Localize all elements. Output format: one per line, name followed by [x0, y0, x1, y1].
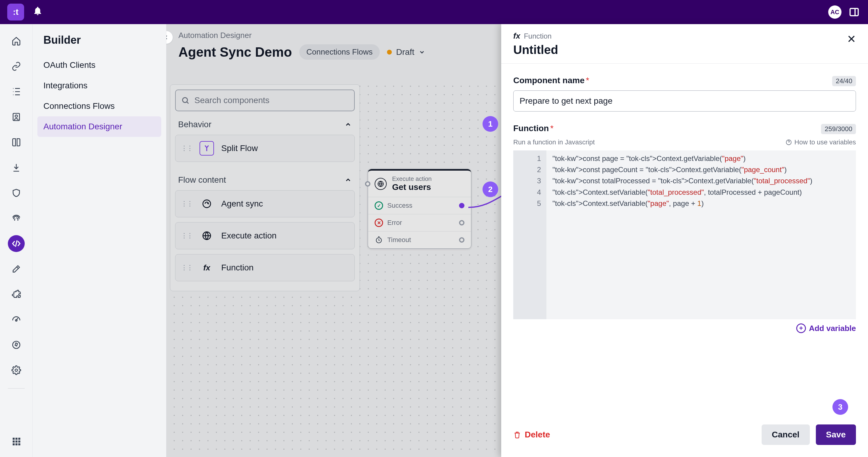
app-logo[interactable]: :t	[7, 4, 24, 21]
sidebar-title: Builder	[37, 31, 161, 55]
code-gutter: 12345	[513, 150, 547, 319]
rail-book-icon[interactable]	[8, 134, 25, 151]
svg-rect-10	[13, 440, 15, 443]
svg-point-4	[16, 319, 17, 321]
required-star: *	[550, 124, 554, 133]
icon-rail	[0, 24, 33, 457]
code-content[interactable]: "tok-kw">const page = "tok-cls">Context.…	[547, 150, 856, 319]
add-variable-button[interactable]: + Add variable	[796, 324, 856, 333]
rail-download-icon[interactable]	[8, 159, 25, 176]
help-link[interactable]: How to use variables	[785, 139, 856, 146]
svg-rect-15	[18, 444, 20, 446]
field-function: Function * 259/3000 Run a function in Ja…	[513, 124, 856, 333]
rail-fingerprint-icon[interactable]	[8, 210, 25, 227]
sidebar: Builder OAuth Clients Integrations Conne…	[33, 24, 166, 457]
panel-type-label: Function	[524, 32, 552, 40]
char-counter: 259/3000	[821, 124, 856, 134]
char-counter: 24/40	[832, 76, 856, 86]
svg-point-6	[15, 369, 18, 371]
right-panel-toggle-icon[interactable]	[847, 5, 861, 19]
annotation-3: 3	[832, 399, 848, 415]
rail-settings-icon[interactable]	[8, 362, 25, 378]
svg-rect-9	[18, 438, 20, 440]
component-name-input[interactable]	[513, 90, 856, 112]
field-component-name: Component name * 24/40	[513, 76, 856, 112]
top-bar: :t AC	[0, 0, 868, 24]
rail-edit-icon[interactable]	[8, 261, 25, 277]
field-label: Component name	[513, 76, 584, 85]
cancel-button[interactable]: Cancel	[762, 424, 810, 445]
rail-puzzle-icon[interactable]	[8, 286, 25, 303]
close-button[interactable]: ✕	[847, 31, 856, 44]
svg-point-5	[13, 341, 20, 348]
svg-rect-7	[13, 438, 15, 440]
delete-label: Delete	[525, 430, 550, 439]
rail-gauge-icon[interactable]	[8, 311, 25, 328]
code-editor[interactable]: 12345 "tok-kw">const page = "tok-cls">Co…	[513, 150, 856, 319]
rail-compass-icon[interactable]	[8, 336, 25, 353]
svg-rect-0	[850, 8, 858, 16]
rail-apps-icon[interactable]	[8, 433, 25, 450]
field-sub: Run a function in Javascript	[513, 139, 595, 146]
svg-rect-13	[13, 444, 15, 446]
annotation-2: 2	[483, 181, 498, 197]
side-panel: fx Function Untitled ✕ Component name * …	[501, 24, 868, 457]
sidebar-item-connections-flows[interactable]: Connections Flows	[37, 96, 161, 116]
svg-rect-14	[16, 444, 18, 446]
sidebar-item-oauth-clients[interactable]: OAuth Clients	[37, 55, 161, 75]
field-label: Function	[513, 124, 549, 133]
annotation-1: 1	[483, 116, 498, 132]
rail-link-icon[interactable]	[8, 58, 25, 75]
svg-rect-12	[18, 440, 20, 443]
add-variable-label: Add variable	[809, 324, 856, 333]
svg-point-3	[15, 115, 18, 117]
save-button[interactable]: Save	[816, 424, 856, 445]
delete-button[interactable]: Delete	[513, 430, 550, 439]
help-link-label: How to use variables	[795, 139, 856, 146]
required-star: *	[586, 76, 589, 85]
plus-icon: +	[796, 324, 806, 333]
svg-rect-11	[16, 440, 18, 443]
trash-icon	[513, 431, 521, 438]
sidebar-item-automation-designer[interactable]: Automation Designer	[37, 116, 161, 137]
help-icon	[785, 139, 792, 146]
rail-list-icon[interactable]	[8, 83, 25, 100]
sidebar-item-integrations[interactable]: Integrations	[37, 75, 161, 96]
svg-rect-8	[16, 438, 18, 440]
panel-title: Untitled	[513, 43, 558, 57]
fx-icon: fx	[513, 31, 520, 41]
rail-home-icon[interactable]	[8, 33, 25, 50]
notifications-icon[interactable]	[33, 6, 43, 19]
rail-code-icon[interactable]	[8, 235, 25, 252]
rail-shield-icon[interactable]	[8, 184, 25, 201]
avatar[interactable]: AC	[828, 5, 841, 19]
rail-contacts-icon[interactable]	[8, 109, 25, 125]
